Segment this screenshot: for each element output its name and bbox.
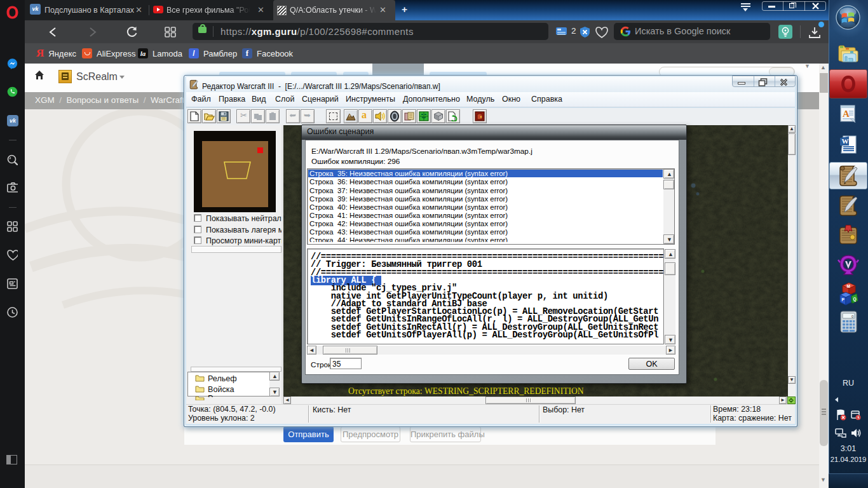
svg-text:W: W [842, 137, 849, 145]
svg-text:M: M [847, 284, 850, 288]
svg-text:P: P [842, 297, 845, 302]
svg-text:A: A [843, 109, 850, 119]
svg-text:Q: Q [853, 297, 857, 302]
